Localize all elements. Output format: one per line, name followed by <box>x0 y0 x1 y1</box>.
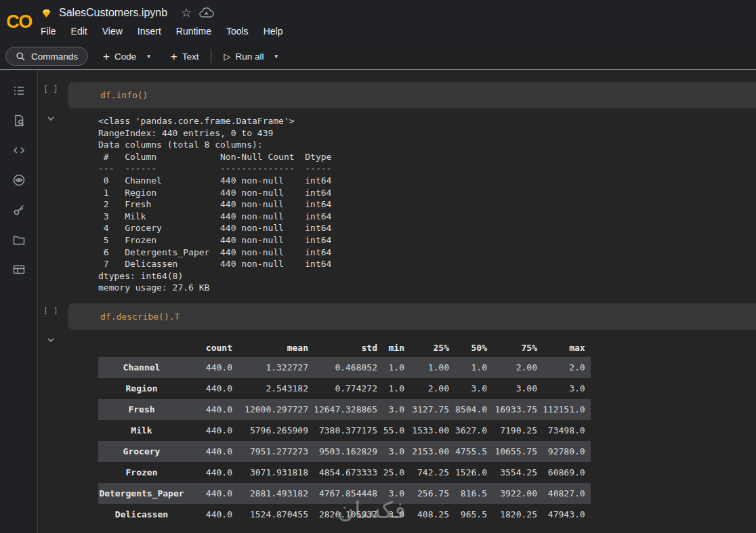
table-cell: 408.25 <box>410 504 455 525</box>
data-table-icon[interactable] <box>12 263 26 276</box>
row-label: Frozen <box>98 462 188 483</box>
column-header: 75% <box>492 338 543 357</box>
row-label: Milk <box>98 420 188 441</box>
table-header-row: countmeanstdmin25%50%75%max <box>98 338 591 357</box>
column-header: count <box>188 338 238 357</box>
commands-button[interactable]: Commands <box>5 47 88 66</box>
sidebar-table-of-contents-button[interactable] <box>12 84 26 98</box>
menu-edit[interactable]: Edit <box>64 26 95 37</box>
table-cell: 440.0 <box>188 441 238 462</box>
table-cell: 440.0 <box>188 504 238 525</box>
menu-runtime[interactable]: Runtime <box>169 26 219 37</box>
table-cell: 3071.931818 <box>238 462 314 483</box>
table-cell: 2.0 <box>543 357 591 378</box>
column-header: std <box>314 338 383 357</box>
table-cell: 4854.673333 <box>314 462 383 483</box>
table-cell: 0.468052 <box>314 357 383 378</box>
row-label: Detergents_Paper <box>98 483 188 504</box>
add-text-label: Text <box>182 51 199 62</box>
table-cell: 16933.75 <box>492 399 543 420</box>
star-icon[interactable]: ☆ <box>181 5 192 20</box>
code-chevron-down-icon[interactable]: ▾ <box>142 53 156 60</box>
add-code-label: Code <box>114 51 136 62</box>
sidebar-find-button[interactable] <box>12 114 26 127</box>
table-cell: 2.00 <box>410 378 455 399</box>
table-row: Channel440.01.3227270.4680521.01.001.02.… <box>98 357 591 378</box>
row-label: Grocery <box>98 441 188 462</box>
watermark: فكسان <box>337 496 406 524</box>
sidebar-code-snippets-button[interactable] <box>12 144 26 157</box>
table-cell: 3.0 <box>383 399 410 420</box>
table-cell: 73498.0 <box>543 420 591 441</box>
table-cell: 3.0 <box>543 378 591 399</box>
menu-insert[interactable]: Insert <box>130 26 169 37</box>
table-cell: 5796.265909 <box>238 420 314 441</box>
table-row: Region440.02.5431820.7742721.02.003.03.0… <box>98 378 591 399</box>
cell1-output: <class 'pandas.core.frame.DataFrame'> Ra… <box>98 115 331 294</box>
run-all-label: Run all <box>235 51 264 62</box>
cell2-collapse-output-icon[interactable] <box>46 335 56 347</box>
menu-view[interactable]: View <box>95 26 130 37</box>
table-cell: 55.0 <box>383 420 410 441</box>
toolbar-divider <box>211 49 211 63</box>
menu-help[interactable]: Help <box>256 26 291 37</box>
cell1-run-button[interactable]: [ ] <box>43 85 58 94</box>
key-icon[interactable] <box>12 203 26 217</box>
cell2-code-editor[interactable]: df.describe().T <box>68 303 756 330</box>
table-cell: 8504.0 <box>455 399 492 420</box>
commands-label: Commands <box>31 51 78 62</box>
table-cell: 112151.0 <box>543 399 591 420</box>
app-header: CO SalesCustomers.ipynb ☆ File Edit View… <box>0 0 756 43</box>
table-cell: 3127.75 <box>410 399 455 420</box>
menu-tools[interactable]: Tools <box>219 26 256 37</box>
notebook-title[interactable]: SalesCustomers.ipynb <box>59 7 167 19</box>
cell1-code-editor[interactable]: df.info() <box>68 82 756 108</box>
notebook-toolbar: Commands + Code ▾ + Text ▷ Run all ▾ <box>0 43 756 70</box>
table-head: countmeanstdmin25%50%75%max <box>98 338 591 357</box>
menu-file[interactable]: File <box>38 26 64 37</box>
index-header <box>98 338 188 357</box>
table-cell: 7380.377175 <box>314 420 383 441</box>
table-cell: 12647.328865 <box>314 399 383 420</box>
table-cell: 1820.25 <box>492 504 543 525</box>
left-sidebar <box>0 70 38 533</box>
table-cell: 3.0 <box>383 441 410 462</box>
table-cell: 0.774272 <box>314 378 383 399</box>
add-text-button[interactable]: + Text <box>165 47 205 66</box>
drive-cloud-icon[interactable] <box>198 7 215 19</box>
table-cell: 816.5 <box>455 483 492 504</box>
table-cell: 1.00 <box>410 357 455 378</box>
header-main: SalesCustomers.ipynb ☆ File Edit View In… <box>38 0 290 43</box>
table-cell: 1533.00 <box>410 420 455 441</box>
run-all-chevron-down-icon[interactable]: ▾ <box>270 53 284 60</box>
title-row: SalesCustomers.ipynb ☆ <box>41 3 290 22</box>
row-label: Fresh <box>98 399 188 420</box>
table-cell: 4755.5 <box>455 441 492 462</box>
cell1-code-text: df.info() <box>100 90 148 100</box>
table-row: Frozen440.03071.9318184854.67333325.0742… <box>98 462 591 483</box>
table-cell: 47943.0 <box>543 504 591 525</box>
cell1-collapse-output-icon[interactable] <box>46 114 56 126</box>
menu-bar: File Edit View Insert Runtime Tools Help <box>38 22 290 40</box>
table-cell: 40827.0 <box>543 483 591 504</box>
table-cell: 12000.297727 <box>238 399 314 420</box>
colab-logo[interactable]: CO <box>0 0 38 43</box>
table-cell: 10655.75 <box>492 441 543 462</box>
table-cell: 440.0 <box>188 357 238 378</box>
row-label: Channel <box>98 357 188 378</box>
folder-icon[interactable] <box>12 233 26 247</box>
table-cell: 440.0 <box>188 483 238 504</box>
table-row: Milk440.05796.2659097380.37717555.01533.… <box>98 420 591 441</box>
play-icon: ▷ <box>224 51 230 62</box>
column-header: mean <box>238 338 314 357</box>
run-all-button[interactable]: ▷ Run all <box>218 47 269 66</box>
table-cell: 7190.25 <box>492 420 543 441</box>
row-label: Region <box>98 378 188 399</box>
eye-icon[interactable] <box>12 173 26 187</box>
table-cell: 60869.0 <box>543 462 591 483</box>
table-cell: 256.75 <box>410 483 455 504</box>
table-cell: 2.543182 <box>238 378 314 399</box>
table-cell: 440.0 <box>188 420 238 441</box>
cell2-run-button[interactable]: [ ] <box>43 306 58 316</box>
add-code-button[interactable]: + Code <box>98 47 142 66</box>
